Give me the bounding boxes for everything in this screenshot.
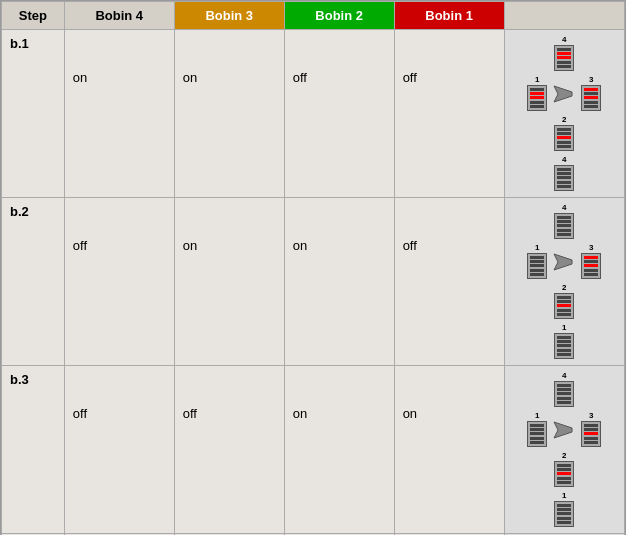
bobin1-value: on (394, 366, 504, 534)
bobin4-label: Bobin 4 (95, 8, 143, 23)
step-cell: b.3 (2, 366, 65, 534)
bobin1-label: Bobin 1 (425, 8, 473, 23)
bobin3-value: on (174, 30, 284, 198)
col-header-bobin3: Bobin 3 (174, 2, 284, 30)
bobin3-label: Bobin 3 (205, 8, 253, 23)
col-header-bobin2: Bobin 2 (284, 2, 394, 30)
bobin2-value: off (284, 30, 394, 198)
bobin1-value: off (394, 30, 504, 198)
bobin2-value: on (284, 198, 394, 366)
step-cell: b.1 (2, 30, 65, 198)
table-row: b.3offoffonon41321 (2, 366, 625, 534)
step-label: Step (19, 8, 47, 23)
icon-cell: 41324 (504, 30, 624, 198)
icon-cell: 41321 (504, 198, 624, 366)
step-table: Step Bobin 4 Bobin 3 Bobin 2 Bobin 1 b.1… (1, 1, 625, 535)
table-row: b.1ononoffoff41324 (2, 30, 625, 198)
bobin3-value: off (174, 366, 284, 534)
bobin4-value: off (64, 366, 174, 534)
icon-cell: 41321 (504, 366, 624, 534)
col-header-icons (504, 2, 624, 30)
col-header-bobin4: Bobin 4 (64, 2, 174, 30)
bobin2-value: on (284, 366, 394, 534)
table-row: b.2offononoff41321 (2, 198, 625, 366)
main-table-wrapper: Step Bobin 4 Bobin 3 Bobin 2 Bobin 1 b.1… (0, 0, 626, 535)
col-header-step: Step (2, 2, 65, 30)
bobin2-label: Bobin 2 (315, 8, 363, 23)
bobin3-value: on (174, 198, 284, 366)
bobin4-value: off (64, 198, 174, 366)
bobin1-value: off (394, 198, 504, 366)
bobin4-value: on (64, 30, 174, 198)
step-cell: b.2 (2, 198, 65, 366)
col-header-bobin1: Bobin 1 (394, 2, 504, 30)
